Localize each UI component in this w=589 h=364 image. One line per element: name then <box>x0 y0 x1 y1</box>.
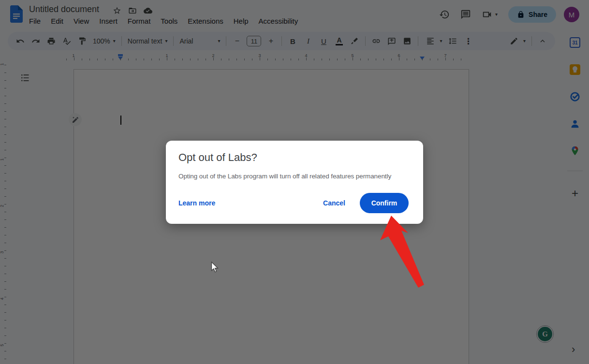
confirm-button[interactable]: Confirm <box>360 193 409 213</box>
learn-more-link[interactable]: Learn more <box>178 199 215 207</box>
annotation-arrow <box>377 213 427 290</box>
dialog-body-text: Opting out of the Labs program will turn… <box>178 173 391 180</box>
dialog-actions: Learn more Cancel Confirm <box>178 193 409 213</box>
cancel-button[interactable]: Cancel <box>323 199 345 207</box>
dialog-title: Opt out of Labs? <box>178 151 257 164</box>
mouse-cursor <box>211 262 220 273</box>
opt-out-labs-dialog: Opt out of Labs? Opting out of the Labs … <box>166 141 423 224</box>
